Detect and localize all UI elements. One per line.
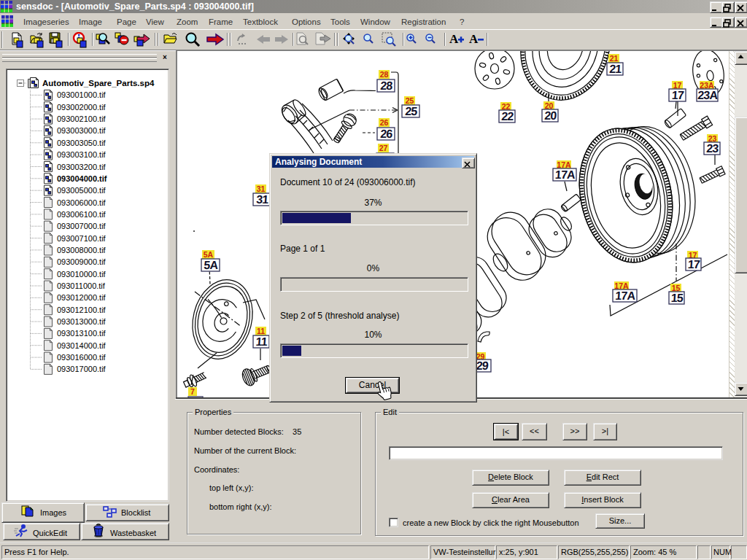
svg-text:15: 15 [670, 292, 684, 304]
svg-text:093003050.tif: 093003050.tif [57, 139, 107, 147]
svg-text:25: 25 [406, 96, 414, 105]
svg-text:21: 21 [609, 63, 622, 75]
svg-text:21: 21 [610, 54, 619, 63]
svg-text:20: 20 [544, 109, 557, 122]
svg-text:093002100.tif: 093002100.tif [57, 114, 107, 123]
svg-text:5A: 5A [204, 259, 219, 271]
svg-text:093003200.tif: 093003200.tif [57, 163, 107, 171]
svg-text:093003100.tif: 093003100.tif [57, 150, 107, 159]
svg-text:093008000.tif: 093008000.tif [57, 246, 107, 254]
svg-text:7: 7 [190, 387, 195, 396]
svg-text:093012000.tif: 093012000.tif [57, 293, 107, 302]
svg-text:31: 31 [257, 184, 266, 193]
svg-text:093007100.tif: 093007100.tif [57, 234, 107, 243]
svg-text:29: 29 [476, 359, 489, 372]
svg-text:23A: 23A [697, 89, 719, 101]
svg-text:26: 26 [380, 128, 393, 140]
svg-text:31: 31 [256, 193, 269, 206]
svg-text:11: 11 [257, 327, 265, 335]
svg-text:093014000.tif: 093014000.tif [57, 341, 107, 350]
svg-text:17A: 17A [554, 168, 576, 181]
svg-text:26: 26 [380, 118, 389, 127]
svg-text:093011000.tif: 093011000.tif [57, 281, 106, 290]
svg-text:093007000.tif: 093007000.tif [57, 222, 107, 230]
svg-text:093016000.tif: 093016000.tif [57, 353, 107, 362]
svg-text:093010000.tif: 093010000.tif [57, 270, 107, 279]
svg-text:17: 17 [687, 258, 700, 271]
svg-text:093003000.tif: 093003000.tif [57, 126, 107, 135]
svg-text:5A: 5A [204, 250, 214, 259]
svg-text:27: 27 [379, 144, 388, 152]
svg-text:093001000.tif: 093001000.tif [57, 90, 107, 99]
svg-text:093017000.tif: 093017000.tif [57, 365, 107, 373]
svg-text:11: 11 [255, 335, 268, 348]
svg-text:A: A [449, 32, 459, 46]
svg-text:22: 22 [501, 110, 514, 122]
svg-text:093012100.tif: 093012100.tif [57, 306, 107, 314]
svg-text:093006100.tif: 093006100.tif [57, 210, 107, 219]
svg-text:093013000.tif: 093013000.tif [57, 317, 107, 326]
svg-text:093002000.tif: 093002000.tif [57, 103, 107, 112]
svg-text:093004000.tif: 093004000.tif [57, 174, 107, 183]
svg-text:Automotiv_Spare_Parts.sp4: Automotiv_Spare_Parts.sp4 [42, 79, 155, 88]
svg-text:28: 28 [380, 79, 393, 92]
svg-text:A: A [469, 32, 479, 46]
svg-text:25: 25 [405, 105, 418, 117]
svg-text:17: 17 [671, 89, 684, 101]
svg-text:23: 23 [706, 142, 719, 155]
svg-text:093009000.tif: 093009000.tif [57, 257, 107, 266]
svg-text:093005000.tif: 093005000.tif [57, 186, 107, 195]
svg-text:093006000.tif: 093006000.tif [57, 198, 107, 207]
svg-text:093013100.tif: 093013100.tif [57, 329, 107, 338]
svg-text:28: 28 [380, 70, 389, 79]
svg-text:17A: 17A [615, 289, 636, 302]
